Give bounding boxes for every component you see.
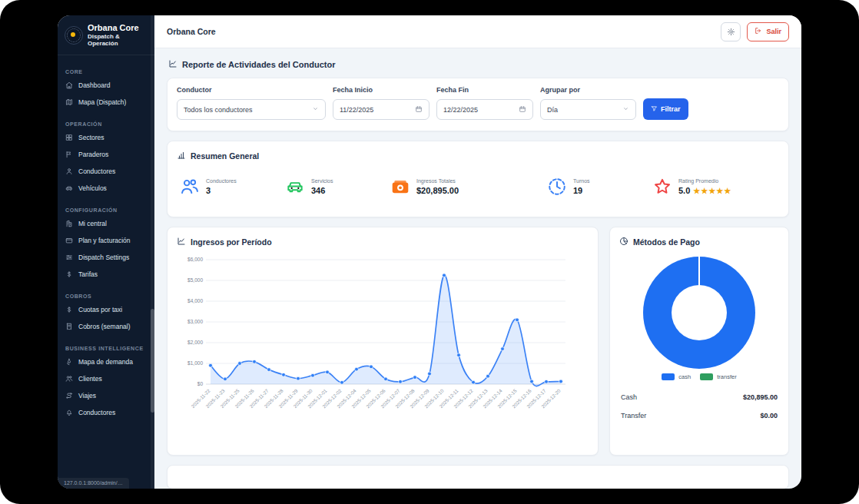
sidebar: Orbana Core Dispatch & Operación COREDas… [58,15,154,489]
stat-value: 346 [311,186,333,195]
stat-conductores: Conductores3 [180,177,285,197]
stat-label: Conductores [206,178,237,184]
sidebar-item-label: Conductores [78,167,115,175]
sidebar-item-label: Cobros (semanal) [78,323,131,330]
sidebar-item-label: Dispatch Settings [78,254,129,261]
orbit-dot-icon [65,26,83,45]
users-icon [65,375,73,383]
conductor-select[interactable]: Todos los conductores [177,99,326,120]
sidebar-item-label: Sectores [78,134,104,141]
sidebar-item-dashboard[interactable]: Dashboard [58,77,154,94]
sliders-icon [65,254,73,261]
sidebar-scrollbar-thumb[interactable] [151,309,154,413]
calendar-icon[interactable] [519,105,526,114]
fecha-fin-input[interactable] [443,106,512,114]
sidebar-section: COBROSCuotas por taxiCobros (semanal) [58,290,154,335]
page-title: Reporte de Actividades del Conductor [168,59,789,70]
sidebar-section-header: CORE [58,66,154,77]
flag-icon [65,151,73,158]
payment-methods-card: Métodos de Pago cashtransfer Cash$20,895… [609,227,789,456]
calendar-icon[interactable] [415,105,423,114]
sidebar-item-cobros-semanal-[interactable]: Cobros (semanal) [58,318,154,335]
sidebar-item-mapa-dispatch-[interactable]: Mapa (Dispatch) [58,94,154,111]
sidebar-item-sectores[interactable]: Sectores [58,129,154,146]
sidebar-item-label: Cuotas por taxi [78,306,122,313]
sidebar-item-paraderos[interactable]: Paraderos [58,146,154,163]
stat-ingresos-totales: Ingresos Totales$20,895.00 [390,177,547,197]
sidebar-item-conductores[interactable]: Conductores [58,163,154,180]
theme-toggle-button[interactable] [721,22,741,41]
logout-icon [755,27,762,35]
calendar-icon [519,105,526,113]
topbar-title: Orbana Core [167,27,216,36]
screen-frame: Orbana Core Dispatch & Operación COREDas… [0,0,859,504]
building-icon [65,220,73,227]
pie-icon [619,237,628,246]
stats-row: Conductores3Servicios346Ingresos Totales… [177,177,779,197]
app-subtitle: Dispatch & Operación [88,33,148,48]
agrupar-select[interactable]: Día [540,99,636,120]
filter-button[interactable]: Filtrar [643,98,688,120]
dollar-icon [65,306,73,313]
sidebar-item-cuotas-por-taxi[interactable]: Cuotas por taxi [58,301,154,318]
car-icon [65,184,73,192]
home-icon [65,81,73,89]
legend-item-transfer[interactable]: transfer [700,373,736,380]
users-icon [180,177,200,197]
donut-legend: cashtransfer [619,373,779,380]
stat-rating-promedio: Rating Promedio5.0★★★★★ [652,177,758,197]
legend-item-cash[interactable]: cash [662,373,691,380]
payment-methods-title: Métodos de Pago [619,237,779,247]
stat-value: 5.0★★★★★ [678,186,731,195]
flame-icon [65,358,73,366]
chevron-down-icon [312,105,319,112]
sidebar-item-mi-central[interactable]: Mi central [58,215,154,232]
sidebar-item-tarifas[interactable]: Tarifas [58,266,154,283]
sidebar-item-conductores[interactable]: Conductores [58,404,154,421]
chart-line-icon [168,59,177,68]
sidebar-item-label: Viajes [78,392,96,400]
sidebar-item-dispatch-settings[interactable]: Dispatch Settings [58,249,154,266]
app-logo[interactable]: Orbana Core Dispatch & Operación [58,15,154,55]
sidebar-nav: COREDashboardMapa (Dispatch)OPERACIÓNSec… [58,55,154,489]
sidebar-item-veh-culos[interactable]: Vehículos [58,180,154,197]
donut-hole [672,285,727,340]
rating-stars-icon: ★★★★★ [693,187,731,195]
sidebar-scrollbar-track[interactable] [151,15,154,489]
app-name: Orbana Core [88,23,148,33]
sidebar-item-clientes[interactable]: Clientes [58,370,154,387]
logout-label: Salir [766,28,781,35]
map-icon [65,98,73,106]
sidebar-item-label: Mapa de demanda [78,358,133,366]
fecha-fin-label: Fecha Fin [436,86,533,94]
summary-card: Resumen General Conductores3Servicios346… [167,141,789,217]
main-area: Orbana Core Salir Reporte de Actividades… [154,15,801,489]
filter-icon [651,105,658,114]
chart-bar-icon [177,151,186,161]
status-url-tooltip: 127.0.0.1:8000/admin/… [58,478,129,489]
chart-line-icon [177,237,186,246]
car-icon [285,177,305,197]
chart-line-icon [168,59,177,70]
sidebar-section-header: OPERACIÓN [58,118,154,129]
sidebar-item-label: Mapa (Dispatch) [78,98,126,106]
fecha-inicio-field [333,99,430,120]
stat-label: Ingresos Totales [416,178,459,184]
fecha-inicio-label: Fecha Inicio [333,86,430,94]
sidebar-item-label: Vehículos [78,184,107,192]
cash-icon [390,177,410,197]
content: Reporte de Actividades del Conductor Con… [154,48,801,489]
receipt-icon [65,323,73,330]
fecha-fin-field [436,99,533,120]
route-icon [65,392,73,400]
sidebar-item-plan-y-facturaci-n[interactable]: Plan y facturación [58,232,154,249]
sidebar-item-viajes[interactable]: Viajes [58,387,154,404]
fecha-inicio-input[interactable] [340,106,409,114]
svg-text:$2,000: $2,000 [187,340,203,345]
sidebar-item-label: Clientes [78,375,102,383]
logout-button[interactable]: Salir [747,22,789,41]
user-icon [65,167,73,175]
sidebar-item-mapa-de-demanda[interactable]: Mapa de demanda [58,353,154,370]
sidebar-section: BUSINESS INTELLIGENCEMapa de demandaClie… [58,343,154,421]
svg-text:$6,000: $6,000 [187,257,203,262]
